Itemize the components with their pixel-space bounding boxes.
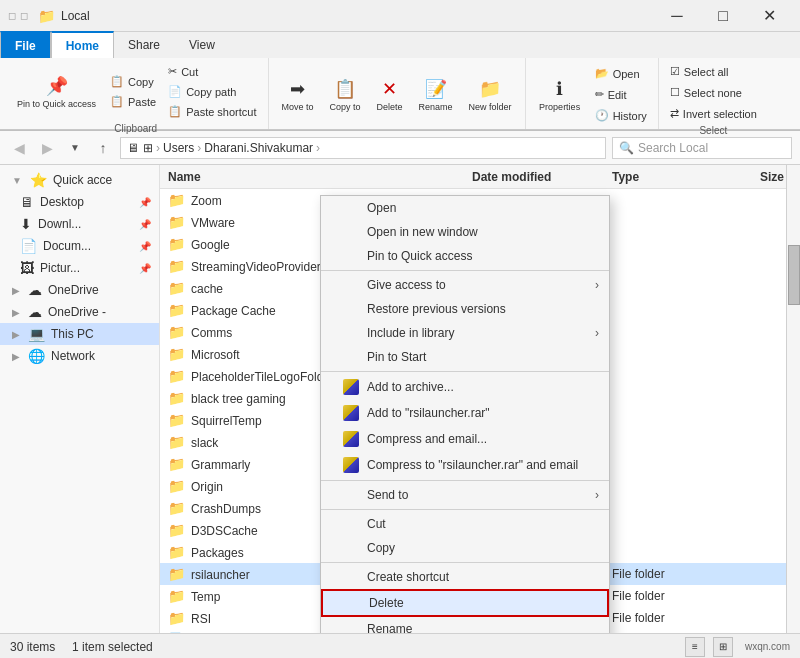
back-button[interactable]: ◀ [8, 137, 30, 159]
maximize-button[interactable]: □ [700, 0, 746, 32]
new-folder-button[interactable]: 📁 New folder [462, 73, 519, 117]
edit-button[interactable]: ✏ Edit [590, 85, 652, 104]
context-menu-item-cut[interactable]: Cut [321, 512, 609, 536]
select-label: Select [699, 125, 727, 136]
delete-ribbon-button[interactable]: ✕ Delete [370, 73, 410, 117]
ctx-item-label: Give access to [367, 278, 446, 292]
delete-icon: ✕ [382, 78, 397, 100]
tab-view[interactable]: View [175, 32, 230, 58]
tab-home[interactable]: Home [51, 31, 114, 58]
view-icons-button[interactable]: ⊞ [713, 637, 733, 657]
copy-path-button[interactable]: 📄 Copy path [163, 82, 261, 101]
ribbon-group-organize: ➡ Move to 📋 Copy to ✕ Delete 📝 Rename 📁 [269, 58, 526, 129]
sidebar-item-onedrive2[interactable]: ▶ ☁ OneDrive - [0, 301, 159, 323]
pin-quick-access-button[interactable]: 📌 Pin to Quick access [10, 70, 103, 114]
folder-icon: 📁 [168, 522, 185, 538]
forward-button[interactable]: ▶ [36, 137, 58, 159]
context-menu-item-add-to-archive[interactable]: Add to archive... [321, 374, 609, 400]
open-icon: 📂 [595, 67, 609, 80]
folder-icon: 📁 [168, 500, 185, 516]
pictures-icon: 🖼 [20, 260, 34, 276]
select-none-button[interactable]: ☐ Select none [665, 83, 762, 102]
history-button[interactable]: 🕐 History [590, 106, 652, 125]
invert-selection-button[interactable]: ⇄ Invert selection [665, 104, 762, 123]
submenu-arrow-icon: › [595, 278, 599, 292]
select-buttons: ☑ Select all ☐ Select none ⇄ Invert sele… [665, 62, 762, 123]
ctx-item-label: Pin to Start [367, 350, 426, 364]
open-button[interactable]: 📂 Open [590, 64, 652, 83]
context-menu: OpenOpen in new windowPin to Quick acces… [320, 195, 610, 633]
context-menu-item-restore-previous-versions[interactable]: Restore previous versions [321, 297, 609, 321]
move-to-button[interactable]: ➡ Move to [275, 73, 321, 117]
view-details-button[interactable]: ≡ [685, 637, 705, 657]
sidebar-item-thispc[interactable]: ▶ 💻 This PC [0, 323, 159, 345]
up-button[interactable]: ↑ [92, 137, 114, 159]
scrollbar-thumb[interactable] [788, 245, 800, 305]
winrar-icon [341, 405, 361, 421]
recent-button[interactable]: ▼ [64, 137, 86, 159]
ctx-item-label: Rename [367, 622, 412, 633]
new-folder-icon: 📁 [479, 78, 501, 100]
context-menu-item-include-in-library[interactable]: Include in library› [321, 321, 609, 345]
paste-shortcut-button[interactable]: 📋 Paste shortcut [163, 102, 261, 121]
folder-icon: 📁 [168, 412, 185, 428]
paste-button[interactable]: 📋 Paste [105, 92, 161, 111]
cut-button[interactable]: ✂ Cut [163, 62, 261, 81]
status-bar: 30 items 1 item selected ≡ ⊞ wxqn.com [0, 633, 800, 658]
context-menu-item-add-to-rsilauncherrar[interactable]: Add to "rsilauncher.rar" [321, 400, 609, 426]
sidebar-item-onedrive1[interactable]: ▶ ☁ OneDrive [0, 279, 159, 301]
context-menu-item-pin-to-start[interactable]: Pin to Start [321, 345, 609, 369]
ctx-item-label: Send to [367, 488, 408, 502]
context-menu-item-compress-to-rsilauncherrar-and-email[interactable]: Compress to "rsilauncher.rar" and email [321, 452, 609, 478]
context-menu-item-rename[interactable]: Rename [321, 617, 609, 633]
breadcrumb-user[interactable]: Dharani.Shivakumar [204, 141, 313, 155]
select-all-button[interactable]: ☑ Select all [665, 62, 762, 81]
context-menu-item-open[interactable]: Open [321, 196, 609, 220]
context-menu-item-send-to[interactable]: Send to› [321, 483, 609, 507]
copy-to-button[interactable]: 📋 Copy to [323, 73, 368, 117]
tab-file[interactable]: File [0, 31, 51, 58]
ctx-item-label: Compress to "rsilauncher.rar" and email [367, 458, 578, 472]
col-header-type[interactable]: Type [612, 170, 712, 184]
rename-button[interactable]: 📝 Rename [412, 73, 460, 117]
winrar-icon [341, 457, 361, 473]
scrollbar[interactable] [786, 165, 800, 633]
expand-arrow-icon5: ▶ [12, 351, 20, 362]
folder-icon: 📁 [168, 214, 185, 230]
copy-button[interactable]: 📋 Copy [105, 72, 161, 91]
sidebar-item-pictures[interactable]: 🖼 Pictur... 📌 [0, 257, 159, 279]
ctx-item-label: Copy [367, 541, 395, 555]
context-menu-item-give-access-to[interactable]: Give access to› [321, 273, 609, 297]
sidebar-label-quick: Quick acce [53, 173, 112, 187]
address-path[interactable]: 🖥 ⊞ › Users › Dharani.Shivakumar › [120, 137, 606, 159]
col-header-size[interactable]: Size [712, 170, 792, 184]
minimize-button[interactable]: ─ [654, 0, 700, 32]
folder-icon: 📁 [168, 236, 185, 252]
pin-indicator: 📌 [139, 197, 151, 208]
sidebar-item-network[interactable]: ▶ 🌐 Network [0, 345, 159, 367]
context-menu-item-open-in-new-window[interactable]: Open in new window [321, 220, 609, 244]
sidebar-item-quick-access[interactable]: ▼ ⭐ Quick acce [0, 169, 159, 191]
context-menu-item-pin-to-quick-access[interactable]: Pin to Quick access [321, 244, 609, 268]
sidebar-item-documents[interactable]: 📄 Docum... 📌 [0, 235, 159, 257]
context-menu-item-delete[interactable]: Delete [321, 589, 609, 617]
sidebar-item-downloads[interactable]: ⬇ Downl... 📌 [0, 213, 159, 235]
winrar-icon [341, 431, 361, 447]
breadcrumb-users[interactable]: Users [163, 141, 194, 155]
context-menu-item-compress-and-email[interactable]: Compress and email... [321, 426, 609, 452]
breadcrumb-part1: ⊞ [143, 141, 153, 155]
close-button[interactable]: ✕ [746, 0, 792, 32]
ctx-item-label: Compress and email... [367, 432, 487, 446]
pin-indicator4: 📌 [139, 263, 151, 274]
sidebar-item-desktop[interactable]: 🖥 Desktop 📌 [0, 191, 159, 213]
file-type: File folder [612, 611, 712, 625]
search-box[interactable]: 🔍 Search Local [612, 137, 792, 159]
address-bar: ◀ ▶ ▼ ↑ 🖥 ⊞ › Users › Dharani.Shivakumar… [0, 131, 800, 165]
col-header-name[interactable]: Name [168, 170, 472, 184]
tab-share[interactable]: Share [114, 32, 175, 58]
col-header-date[interactable]: Date modified [472, 170, 612, 184]
context-menu-item-create-shortcut[interactable]: Create shortcut [321, 565, 609, 589]
properties-button[interactable]: ℹ Properties [532, 73, 588, 117]
status-right: ≡ ⊞ wxqn.com [685, 637, 790, 657]
context-menu-item-copy[interactable]: Copy [321, 536, 609, 560]
